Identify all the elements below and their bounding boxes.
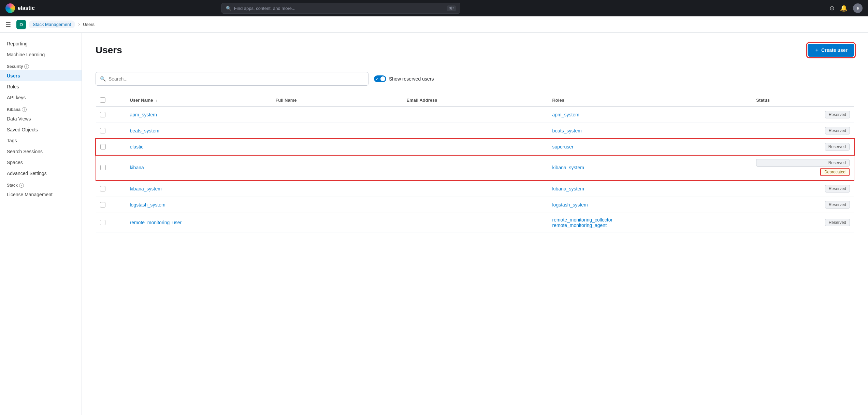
th-select-all[interactable] [96, 94, 126, 106]
sidebar-section-kibana-label: Kibana [7, 107, 20, 112]
row-checkbox[interactable] [100, 186, 105, 191]
toggle-label: Show reserved users [389, 76, 434, 82]
sidebar-item-roles[interactable]: Roles [0, 81, 82, 92]
th-status-label: Status [756, 98, 770, 103]
sidebar-item-label: Tags [7, 138, 17, 143]
page-header: Users ＋ Create user [96, 44, 854, 57]
email-cell [403, 123, 548, 139]
breadcrumb-current-page: Users [83, 22, 95, 27]
row-checkbox[interactable] [100, 128, 105, 133]
fullname-cell [271, 106, 402, 123]
sidebar-item-reporting[interactable]: Reporting [0, 38, 82, 49]
email-cell [403, 181, 548, 197]
breadcrumb-stack-management[interactable]: Stack Management [29, 20, 75, 28]
sidebar-item-search-sessions[interactable]: Search Sessions [0, 146, 82, 157]
role-link-2[interactable]: remote_monitoring_agent [552, 223, 607, 228]
sidebar-item-spaces[interactable]: Spaces [0, 157, 82, 168]
role-link[interactable]: superuser [552, 144, 573, 149]
row-checkbox[interactable] [100, 165, 106, 170]
user-link[interactable]: apm_system [130, 112, 157, 117]
top-navigation: elastic 🔍 Find apps, content, and more..… [0, 0, 868, 16]
sidebar-item-license-management[interactable]: License Management [0, 189, 82, 200]
show-reserved-toggle[interactable]: ✓ [374, 75, 386, 82]
th-fullname-label: Full Name [275, 98, 296, 103]
sidebar-item-advanced-settings[interactable]: Advanced Settings [0, 168, 82, 179]
sidebar-item-label: Data Views [7, 116, 31, 121]
th-fullname[interactable]: Full Name [271, 94, 402, 106]
role-link[interactable]: logstash_system [552, 202, 588, 208]
row-checkbox[interactable] [100, 202, 105, 208]
stack-info-icon[interactable]: i [19, 183, 24, 188]
global-search-bar[interactable]: 🔍 Find apps, content, and more... ⌘/ [221, 3, 460, 14]
sidebar-item-tags[interactable]: Tags [0, 135, 82, 146]
th-status[interactable]: Status [752, 94, 854, 106]
user-link[interactable]: kibana_system [130, 186, 162, 191]
users-table: User Name ↑ Full Name Email Address Role… [96, 94, 854, 232]
search-shortcut: ⌘/ [447, 5, 456, 11]
role-link[interactable]: kibana_system [552, 165, 584, 170]
user-link[interactable]: remote_monitoring_user [130, 220, 182, 225]
users-table-container: User Name ↑ Full Name Email Address Role… [96, 94, 854, 232]
fullname-cell [271, 197, 402, 213]
status-badge: Reserved [825, 219, 850, 226]
user-link[interactable]: kibana [130, 165, 144, 170]
breadcrumb-d-badge: D [16, 20, 26, 29]
email-cell [403, 106, 548, 123]
elastic-logo-icon [5, 3, 15, 13]
sidebar-item-users[interactable]: Users [0, 70, 82, 81]
table-row: remote_monitoring_user remote_monitoring… [96, 213, 854, 232]
select-all-checkbox[interactable] [100, 97, 105, 103]
fullname-cell [271, 155, 402, 181]
breadcrumb-bar: ☰ D Stack Management > Users [0, 16, 868, 33]
sidebar-item-saved-objects[interactable]: Saved Objects [0, 124, 82, 135]
row-checkbox[interactable] [100, 112, 105, 117]
sidebar-item-label: License Management [7, 192, 53, 197]
role-link[interactable]: remote_monitoring_collector [552, 217, 612, 223]
notifications-icon[interactable]: 🔔 [840, 4, 848, 12]
sidebar-item-label: Saved Objects [7, 127, 38, 132]
elastic-logo[interactable]: elastic [5, 3, 35, 13]
user-link[interactable]: elastic [130, 144, 144, 149]
create-user-button[interactable]: ＋ Create user [808, 44, 854, 57]
sidebar-item-machine-learning[interactable]: Machine Learning [0, 49, 82, 60]
fullname-cell [271, 181, 402, 197]
help-icon[interactable]: ⊙ [829, 4, 835, 12]
sidebar-item-label: Users [7, 73, 20, 78]
search-icon: 🔍 [226, 6, 231, 11]
sidebar-item-api-keys[interactable]: API keys [0, 92, 82, 103]
search-icon: 🔍 [100, 76, 106, 82]
sidebar-section-security-label: Security [7, 64, 23, 69]
search-input[interactable] [108, 76, 364, 82]
sidebar-item-data-views[interactable]: Data Views [0, 113, 82, 124]
fullname-cell [271, 123, 402, 139]
sidebar-section-security: Security i [0, 60, 82, 70]
role-link[interactable]: kibana_system [552, 186, 584, 191]
role-link[interactable]: beats_system [552, 128, 581, 133]
th-email-label: Email Address [407, 98, 437, 103]
role-link[interactable]: apm_system [552, 112, 579, 117]
search-input-wrapper[interactable]: 🔍 [96, 72, 368, 86]
create-user-label: Create user [821, 47, 848, 53]
sidebar-item-label: Search Sessions [7, 149, 43, 154]
show-reserved-toggle-row: ✓ Show reserved users [374, 75, 434, 82]
sidebar-item-label: Reporting [7, 41, 28, 46]
security-info-icon[interactable]: i [24, 64, 29, 69]
kibana-info-icon[interactable]: i [22, 107, 27, 112]
row-checkbox[interactable] [100, 220, 105, 225]
user-link[interactable]: logstash_system [130, 202, 165, 208]
th-roles[interactable]: Roles [548, 94, 752, 106]
main-content: Users ＋ Create user 🔍 ✓ Show reserved us… [82, 33, 868, 415]
th-email[interactable]: Email Address [403, 94, 548, 106]
status-badge: Reserved [825, 111, 850, 118]
user-link[interactable]: beats_system [130, 128, 159, 133]
nav-icons: ⊙ 🔔 e [829, 3, 863, 13]
th-username[interactable]: User Name ↑ [126, 94, 272, 106]
email-cell [403, 197, 548, 213]
user-avatar[interactable]: e [853, 3, 863, 13]
row-checkbox[interactable] [100, 144, 106, 149]
table-row: elastic superuser Reserved [96, 139, 854, 155]
table-row: logstash_system logstash_system Reserved [96, 197, 854, 213]
hamburger-menu[interactable]: ☰ [5, 21, 11, 28]
sidebar-item-label: Spaces [7, 160, 23, 165]
table-row: kibana kibana_system Reserved Deprecated [96, 155, 854, 181]
